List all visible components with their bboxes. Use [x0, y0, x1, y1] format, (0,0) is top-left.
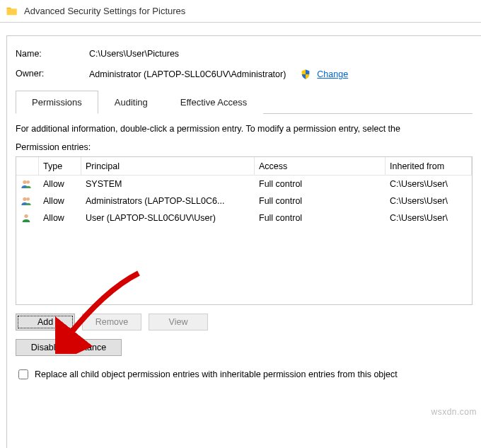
owner-label: Owner: [16, 69, 89, 80]
group-icon [21, 195, 32, 207]
permission-entries-label: Permission entries: [16, 142, 473, 152]
svg-point-3 [26, 197, 30, 201]
table-row[interactable]: Allow Administrators (LAPTOP-SLL0C6... F… [16, 193, 472, 209]
property-sheet: Name: C:\Users\User\Pictures Owner: Admi… [6, 35, 481, 448]
watermark: wsxdn.com [431, 407, 477, 417]
instruction-text: For additional information, double-click… [16, 124, 473, 134]
col-access[interactable]: Access [255, 157, 386, 175]
replace-checkbox-row: Replace all child object permission entr… [16, 367, 473, 381]
svg-point-0 [23, 180, 26, 184]
table-header: Type Principal Access Inherited from [16, 157, 472, 176]
cell-type: Allow [39, 179, 81, 189]
cell-inherited: C:\Users\User\ [386, 196, 472, 206]
owner-value: Administrator (LAPTOP-SLL0C6UV\Administr… [89, 69, 286, 79]
disable-inheritance-button[interactable]: Disable inheritance [16, 339, 122, 356]
col-principal[interactable]: Principal [81, 157, 255, 175]
svg-point-4 [24, 214, 28, 218]
tab-strip: Permissions Auditing Effective Access [16, 90, 473, 114]
name-row: Name: C:\Users\User\Pictures [16, 49, 473, 59]
col-type[interactable]: Type [39, 157, 81, 175]
owner-row: Owner: Administrator (LAPTOP-SLL0C6UV\Ad… [16, 69, 473, 80]
change-owner-link[interactable]: Change [317, 69, 348, 79]
button-row: Add Remove View [16, 314, 473, 331]
titlebar: Advanced Security Settings for Pictures [0, 0, 481, 23]
permission-table[interactable]: Type Principal Access Inherited from All… [16, 156, 473, 305]
remove-button: Remove [82, 314, 141, 331]
name-label: Name: [16, 49, 89, 59]
cell-principal: Administrators (LAPTOP-SLL0C6... [81, 196, 255, 206]
tab-auditing[interactable]: Auditing [98, 91, 164, 114]
col-inherited-from[interactable]: Inherited from [386, 157, 472, 175]
cell-principal: User (LAPTOP-SLL0C6UV\User) [81, 213, 255, 223]
cell-access: Full control [255, 179, 386, 189]
replace-checkbox-label: Replace all child object permission entr… [35, 369, 398, 379]
shield-icon [300, 69, 311, 80]
name-value: C:\Users\User\Pictures [89, 49, 179, 59]
window-title: Advanced Security Settings for Pictures [24, 6, 185, 16]
folder-icon [6, 5, 18, 18]
tab-permissions[interactable]: Permissions [16, 91, 98, 114]
svg-point-1 [26, 180, 30, 184]
view-button: View [149, 314, 208, 331]
user-icon [21, 212, 32, 224]
table-row[interactable]: Allow SYSTEM Full control C:\Users\User\ [16, 176, 472, 193]
table-row[interactable]: Allow User (LAPTOP-SLL0C6UV\User) Full c… [16, 209, 472, 226]
tab-panel-permissions: For additional information, double-click… [16, 114, 473, 381]
cell-type: Allow [39, 196, 81, 206]
cell-inherited: C:\Users\User\ [386, 213, 472, 223]
cell-inherited: C:\Users\User\ [386, 179, 472, 189]
cell-access: Full control [255, 213, 386, 223]
cell-access: Full control [255, 196, 386, 206]
svg-point-2 [23, 197, 26, 201]
group-icon [21, 178, 32, 190]
cell-type: Allow [39, 213, 81, 223]
button-row-2: Disable inheritance [16, 339, 473, 356]
tab-effective-access[interactable]: Effective Access [164, 91, 263, 114]
add-button[interactable]: Add [16, 314, 75, 331]
cell-principal: SYSTEM [81, 179, 255, 189]
replace-checkbox[interactable] [18, 369, 28, 379]
